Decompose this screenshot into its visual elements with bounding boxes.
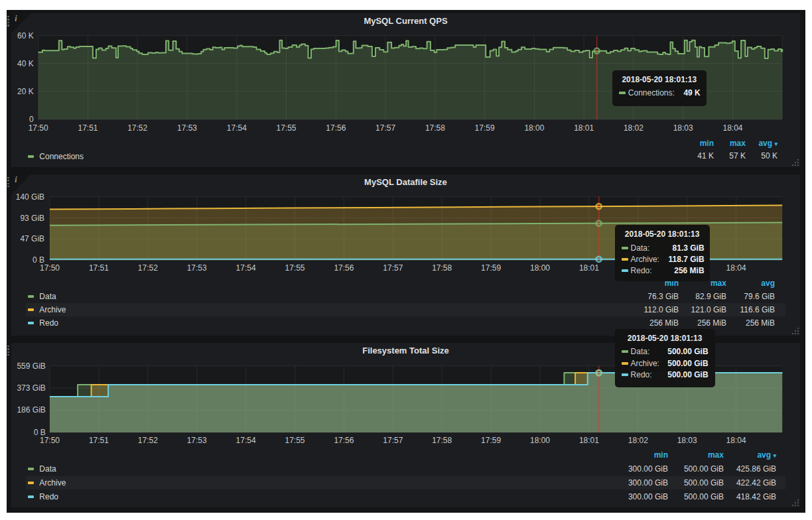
svg-text:17:52: 17:52 [138, 263, 158, 273]
svg-text:17:55: 17:55 [285, 436, 305, 445]
svg-text:17:52: 17:52 [138, 436, 158, 445]
svg-text:18:04: 18:04 [723, 123, 743, 133]
svg-text:47 GiB: 47 GiB [21, 234, 45, 243]
svg-text:373 GiB: 373 GiB [17, 383, 46, 393]
svg-text:17:54: 17:54 [227, 123, 247, 133]
svg-text:20 K: 20 K [17, 87, 34, 96]
svg-text:186 GiB: 186 GiB [17, 405, 46, 415]
svg-text:17:51: 17:51 [89, 263, 109, 273]
svg-text:17:53: 17:53 [177, 123, 197, 133]
svg-text:93 GiB: 93 GiB [21, 213, 45, 222]
svg-text:17:51: 17:51 [78, 123, 98, 133]
svg-text:17:54: 17:54 [236, 263, 256, 273]
svg-text:18:04: 18:04 [726, 263, 746, 273]
svg-text:17:58: 17:58 [432, 263, 452, 273]
svg-text:18:02: 18:02 [624, 123, 643, 133]
svg-text:18:03: 18:03 [673, 123, 693, 133]
svg-text:18:01: 18:01 [579, 436, 599, 445]
svg-text:17:55: 17:55 [285, 263, 305, 273]
svg-text:18:03: 18:03 [677, 436, 697, 445]
svg-text:17:56: 17:56 [334, 263, 354, 273]
svg-text:17:56: 17:56 [326, 123, 346, 133]
svg-text:17:55: 17:55 [277, 123, 297, 133]
svg-text:18:04: 18:04 [726, 436, 746, 445]
svg-text:17:57: 17:57 [375, 123, 395, 133]
svg-text:17:50: 17:50 [40, 436, 60, 445]
svg-text:18:00: 18:00 [530, 263, 550, 273]
svg-text:18:02: 18:02 [628, 436, 648, 445]
svg-text:17:54: 17:54 [236, 436, 256, 445]
svg-text:18:01: 18:01 [574, 123, 594, 133]
svg-text:40 K: 40 K [17, 59, 34, 68]
svg-text:17:59: 17:59 [481, 263, 501, 273]
svg-text:17:57: 17:57 [383, 436, 403, 445]
svg-text:17:59: 17:59 [481, 436, 501, 445]
svg-text:17:50: 17:50 [29, 123, 48, 133]
svg-text:18:00: 18:00 [525, 123, 545, 133]
svg-text:17:57: 17:57 [383, 263, 403, 273]
svg-text:17:52: 17:52 [127, 123, 147, 133]
svg-text:18:00: 18:00 [530, 436, 550, 445]
svg-text:17:58: 17:58 [432, 436, 452, 445]
svg-text:17:51: 17:51 [89, 436, 109, 445]
svg-text:17:56: 17:56 [334, 436, 354, 445]
svg-text:17:50: 17:50 [40, 263, 60, 273]
svg-text:17:53: 17:53 [187, 263, 207, 273]
svg-text:17:53: 17:53 [187, 436, 207, 445]
svg-text:17:59: 17:59 [475, 123, 495, 133]
svg-text:559 GiB: 559 GiB [17, 361, 46, 370]
svg-text:0: 0 [29, 115, 34, 124]
svg-text:17:58: 17:58 [425, 123, 445, 133]
svg-text:18:01: 18:01 [579, 263, 599, 273]
